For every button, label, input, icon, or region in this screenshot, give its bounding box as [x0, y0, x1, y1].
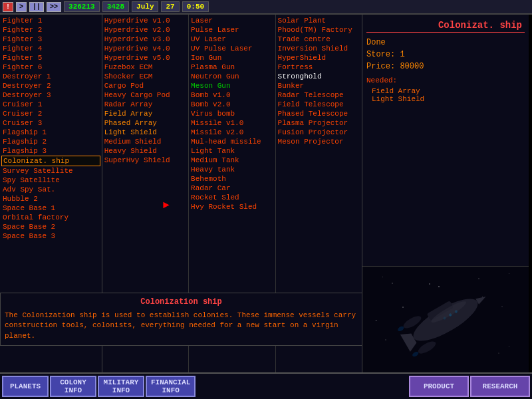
equip-item[interactable]: Bunker: [277, 81, 360, 90]
equip-item[interactable]: Laser: [190, 16, 273, 25]
list-item[interactable]: Cruiser 1: [1, 100, 100, 109]
list-item[interactable]: Flagship 2: [1, 137, 100, 146]
equip-item[interactable]: Bomb v1.0: [190, 90, 273, 100]
alert-button[interactable]: !: [3, 2, 13, 12]
equip-item[interactable]: Rocket Sled: [190, 193, 273, 202]
list-item-selected[interactable]: Colonizat. ship: [1, 156, 100, 166]
equip-item[interactable]: Missile v2.0: [190, 128, 273, 137]
equip-item[interactable]: Inversion Shield: [277, 44, 360, 53]
equip-item-stronghold[interactable]: Stronghold: [277, 72, 360, 81]
financial-info-button[interactable]: FINANCIALINFO: [146, 376, 196, 397]
list-item[interactable]: Fighter 2: [1, 25, 100, 35]
list-item[interactable]: Fighter 3: [1, 35, 100, 44]
equip-item[interactable]: Radar Car: [190, 184, 273, 193]
equip-item[interactable]: Hyperdrive v5.0: [104, 53, 187, 63]
equip-item[interactable]: Trade centre: [277, 35, 360, 44]
equip-item[interactable]: Radar Array: [104, 100, 187, 109]
equip-item-field-array[interactable]: Field Array: [104, 109, 187, 118]
equip-item-phased-telescope[interactable]: Phased Telescope: [277, 109, 360, 118]
fast-forward-button[interactable]: >>: [47, 2, 61, 12]
equip-item[interactable]: Pulse Laser: [190, 25, 273, 35]
equip-item[interactable]: Hyperdrive v4.0: [104, 44, 187, 53]
list-item[interactable]: Space Base 1: [1, 203, 100, 213]
equip-item[interactable]: Hyperdrive v2.0: [104, 25, 187, 35]
equip-item[interactable]: SuperHvy Shield: [104, 156, 187, 165]
price-label: Price:: [366, 62, 395, 71]
list-item[interactable]: Space Base 3: [1, 231, 100, 241]
equip-item[interactable]: Phood(TM) Factory: [277, 25, 360, 35]
equip-item[interactable]: UV Pulse Laser: [190, 44, 273, 53]
list-item[interactable]: Spy Satellite: [1, 176, 100, 185]
equip-item-light-shield[interactable]: Light Shield: [104, 128, 187, 137]
equip-item[interactable]: Cargo Pod: [104, 81, 187, 90]
equip-item[interactable]: Hvy Rocket Sled: [190, 202, 273, 211]
planets-button[interactable]: PLANETS: [2, 376, 49, 397]
equip-item[interactable]: Medium Shield: [104, 137, 187, 146]
list-item[interactable]: Survey Satellite: [1, 166, 100, 176]
equip-item[interactable]: Plasma Gun: [190, 63, 273, 72]
list-item[interactable]: Fighter 4: [1, 44, 100, 53]
info-top: Colonizat. ship Done Store: 1 Price: 800…: [362, 15, 529, 266]
colony-info-button[interactable]: COLONYINFO: [50, 376, 96, 397]
list-item[interactable]: Space Base 2: [1, 222, 100, 231]
list-item[interactable]: Destroyer 2: [1, 81, 100, 90]
price-row: Price: 80000: [366, 62, 525, 71]
equip-item[interactable]: Heavy Shield: [104, 146, 187, 156]
list-item[interactable]: Fighter 6: [1, 63, 100, 72]
production-indicator: 3428: [102, 1, 129, 12]
equip-item[interactable]: Fusion Projector: [277, 128, 360, 137]
list-item[interactable]: Destroyer 3: [1, 90, 100, 100]
equip-item-behemoth[interactable]: Behemoth: [190, 174, 273, 184]
equip-item-light-tank[interactable]: Light Tank: [190, 146, 273, 156]
store-label: Store:: [366, 50, 395, 59]
list-item[interactable]: Destroyer 1: [1, 72, 100, 81]
list-item[interactable]: Cruiser 2: [1, 109, 100, 118]
play-button[interactable]: >: [16, 2, 27, 12]
list-item[interactable]: Flagship 3: [1, 146, 100, 156]
list-item[interactable]: Cruiser 3: [1, 118, 100, 128]
equip-item[interactable]: Plasma Projector: [277, 118, 360, 128]
list-item[interactable]: Fighter 5: [1, 53, 100, 63]
equip-item[interactable]: Ion Gun: [190, 53, 273, 63]
equip-item[interactable]: Fortress: [277, 63, 360, 72]
equip-item[interactable]: Field Telescope: [277, 100, 360, 109]
equip-item[interactable]: Missile v1.0: [190, 118, 273, 128]
needed-item-1: Field Array: [366, 87, 525, 95]
list-item[interactable]: Flagship 1: [1, 128, 100, 137]
svg-point-2: [478, 278, 479, 279]
military-info-button[interactable]: MILITARYINFO: [98, 376, 144, 397]
done-label: Done: [366, 38, 386, 47]
list-item[interactable]: Orbital factory: [1, 213, 100, 222]
equip-item[interactable]: UV Laser: [190, 35, 273, 44]
list-item[interactable]: Adv Spy Sat.: [1, 185, 100, 194]
resource-indicator: 326213: [64, 1, 100, 12]
equip-item[interactable]: Virus bomb: [190, 109, 273, 118]
description-panel: Colonization ship The Colonization ship …: [0, 293, 362, 346]
equip-item-meson-gun[interactable]: Meson Gun: [190, 81, 273, 90]
svg-point-4: [385, 339, 386, 340]
list-item[interactable]: Fighter 1: [1, 16, 100, 25]
product-button[interactable]: PRODUCT: [409, 376, 469, 397]
pause-button[interactable]: ||: [29, 2, 44, 12]
equip-item[interactable]: Fuzebox ECM: [104, 63, 187, 72]
equip-item[interactable]: Solar Plant: [277, 16, 360, 25]
equip-item[interactable]: Meson Projector: [277, 137, 360, 146]
equip-item[interactable]: Hyperdrive v3.0: [104, 35, 187, 44]
needed-section: Needed: Field Array Light Shield: [366, 76, 525, 103]
list-item[interactable]: Hubble 2: [1, 194, 100, 203]
research-button[interactable]: RESEARCH: [470, 376, 530, 397]
equip-item[interactable]: Neutron Gun: [190, 72, 273, 81]
equip-item-medium-tank[interactable]: Medium Tank: [190, 156, 273, 165]
equip-item[interactable]: HyperShield: [277, 53, 360, 63]
equip-item[interactable]: Hyperdrive v1.0: [104, 16, 187, 25]
equip-item[interactable]: Shocker ECM: [104, 72, 187, 81]
equip-item[interactable]: Bomb v2.0: [190, 100, 273, 109]
desc-text: The Colonization ship is used to establi…: [5, 311, 358, 341]
equip-item-phased-array[interactable]: Phased Array: [104, 118, 187, 128]
svg-point-6: [438, 286, 440, 287]
equip-item[interactable]: Mul-head missile: [190, 137, 273, 146]
equip-item[interactable]: Radar Telescope: [277, 90, 360, 100]
equip-item-heavy-tank[interactable]: Heavy tank: [190, 165, 273, 174]
store-row: Store: 1: [366, 50, 525, 59]
equip-item[interactable]: Heavy Cargo Pod: [104, 90, 187, 100]
